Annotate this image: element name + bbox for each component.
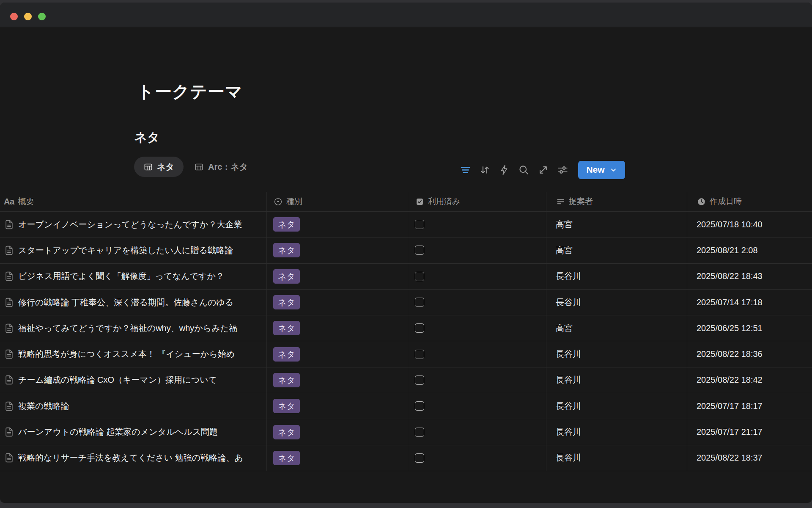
- used-cell[interactable]: [408, 419, 546, 444]
- proposer-cell[interactable]: 高宮: [546, 212, 687, 237]
- overview-cell[interactable]: ビジネス用語でよく聞く「解像度」ってなんですか？: [0, 264, 267, 289]
- column-header-label: 作成日時: [710, 196, 742, 207]
- column-header-overview[interactable]: Aa 概要: [0, 192, 267, 211]
- table-row[interactable]: オープンイノベーションってどうなったんですか？大企業 ネタ 高宮 2025/07…: [0, 211, 812, 237]
- new-button[interactable]: New: [578, 161, 625, 179]
- zoom-button[interactable]: [38, 13, 46, 20]
- used-cell[interactable]: [408, 367, 546, 393]
- view-tab-arc-neta[interactable]: Arc：ネタ: [195, 161, 248, 173]
- overview-cell[interactable]: 複業の戦略論: [0, 393, 267, 419]
- column-header-used[interactable]: 利用済み: [408, 192, 546, 211]
- created-cell[interactable]: 2025/07/14 17:18: [687, 290, 812, 315]
- select-property-icon: [273, 197, 283, 206]
- used-checkbox[interactable]: [415, 246, 424, 255]
- overview-cell[interactable]: バーンアウトの戦略論 起業家のメンタルヘルス問題: [0, 419, 267, 444]
- proposer-cell[interactable]: 長谷川: [546, 419, 687, 444]
- used-cell[interactable]: [408, 237, 546, 263]
- overview-cell[interactable]: 戦略的なリサーチ手法を教えてください 勉強の戦略論、あ: [0, 445, 267, 471]
- type-cell[interactable]: ネタ: [267, 237, 408, 263]
- created-cell[interactable]: 2025/08/21 2:08: [687, 237, 812, 263]
- used-checkbox[interactable]: [415, 428, 424, 437]
- table-row[interactable]: 福祉やってみてどうですか？福祉のwhy、whyからみた福 ネタ 高宮 2025/…: [0, 315, 812, 341]
- table-row[interactable]: 戦略的思考が身につくオススメ本！ 『イシューから始め ネタ 長谷川 2025/0…: [0, 341, 812, 367]
- view-tab-neta[interactable]: ネタ: [134, 157, 184, 177]
- used-checkbox[interactable]: [415, 298, 424, 307]
- created-cell[interactable]: 2025/08/22 18:36: [687, 341, 812, 367]
- row-title: ビジネス用語でよく聞く「解像度」ってなんですか？: [18, 271, 224, 282]
- used-cell[interactable]: [408, 445, 546, 471]
- search-icon[interactable]: [517, 163, 530, 176]
- window-titlebar[interactable]: [0, 3, 812, 27]
- created-cell[interactable]: 2025/08/22 18:37: [687, 445, 812, 471]
- view-tab-label: Arc：ネタ: [208, 161, 248, 173]
- filter-icon[interactable]: [459, 163, 472, 176]
- used-cell[interactable]: [408, 264, 546, 289]
- overview-cell[interactable]: オープンイノベーションってどうなったんですか？大企業: [0, 212, 267, 237]
- minimize-button[interactable]: [24, 13, 32, 20]
- proposer-cell[interactable]: 長谷川: [546, 393, 687, 419]
- row-created: 2025/07/17 21:17: [697, 427, 763, 437]
- overview-cell[interactable]: 戦略的思考が身につくオススメ本！ 『イシューから始め: [0, 341, 267, 367]
- column-header-created[interactable]: 作成日時: [687, 192, 812, 211]
- table-row[interactable]: 戦略的なリサーチ手法を教えてください 勉強の戦略論、あ ネタ 長谷川 2025/…: [0, 445, 812, 471]
- table-row[interactable]: スタートアップでキャリアを構築したい人に贈る戦略論 ネタ 高宮 2025/08/…: [0, 237, 812, 263]
- proposer-cell[interactable]: 高宮: [546, 315, 687, 341]
- type-cell[interactable]: ネタ: [267, 445, 408, 471]
- overview-cell[interactable]: 福祉やってみてどうですか？福祉のwhy、whyからみた福: [0, 315, 267, 341]
- column-header-type[interactable]: 種別: [267, 192, 408, 211]
- overview-cell[interactable]: スタートアップでキャリアを構築したい人に贈る戦略論: [0, 237, 267, 263]
- table-row[interactable]: 複業の戦略論 ネタ 長谷川 2025/07/17 18:17: [0, 393, 812, 419]
- created-cell[interactable]: 2025/08/22 18:43: [687, 264, 812, 289]
- used-checkbox[interactable]: [415, 350, 424, 359]
- used-cell[interactable]: [408, 290, 546, 315]
- used-checkbox[interactable]: [415, 220, 424, 229]
- overview-cell[interactable]: チーム編成の戦略論 CxO（キーマン）採用について: [0, 367, 267, 393]
- proposer-cell[interactable]: 長谷川: [546, 290, 687, 315]
- used-cell[interactable]: [408, 315, 546, 341]
- automation-lightning-icon[interactable]: [498, 163, 510, 176]
- created-cell[interactable]: 2025/07/17 18:17: [687, 393, 812, 419]
- expand-icon[interactable]: [537, 163, 549, 176]
- type-cell[interactable]: ネタ: [267, 315, 408, 341]
- row-created: 2025/08/22 18:43: [697, 271, 763, 281]
- used-checkbox[interactable]: [415, 453, 424, 463]
- proposer-cell[interactable]: 高宮: [546, 237, 687, 263]
- type-cell[interactable]: ネタ: [267, 341, 408, 367]
- overview-cell[interactable]: 修行の戦略論 丁稚奉公、深く潜る期間。佐藤さんのゆる: [0, 290, 267, 315]
- created-cell[interactable]: 2025/07/18 10:40: [687, 212, 812, 237]
- proposer-cell[interactable]: 長谷川: [546, 367, 687, 393]
- created-cell[interactable]: 2025/07/17 21:17: [687, 419, 812, 444]
- used-cell[interactable]: [408, 393, 546, 419]
- created-cell[interactable]: 2025/06/25 12:51: [687, 315, 812, 341]
- close-button[interactable]: [10, 13, 18, 20]
- used-checkbox[interactable]: [415, 323, 424, 333]
- used-cell[interactable]: [408, 212, 546, 237]
- table-row[interactable]: ビジネス用語でよく聞く「解像度」ってなんですか？ ネタ 長谷川 2025/08/…: [0, 263, 812, 289]
- row-proposer: 長谷川: [556, 400, 581, 412]
- used-checkbox[interactable]: [415, 272, 424, 281]
- proposer-cell[interactable]: 長谷川: [546, 341, 687, 367]
- type-cell[interactable]: ネタ: [267, 393, 408, 419]
- type-cell[interactable]: ネタ: [267, 419, 408, 444]
- used-checkbox[interactable]: [415, 401, 424, 411]
- section-title[interactable]: ネタ: [134, 129, 159, 146]
- type-cell[interactable]: ネタ: [267, 367, 408, 393]
- text-property-icon: Aa: [4, 197, 14, 207]
- table-row[interactable]: 修行の戦略論 丁稚奉公、深く潜る期間。佐藤さんのゆる ネタ 長谷川 2025/0…: [0, 289, 812, 315]
- page-document-icon: [4, 219, 14, 230]
- proposer-cell[interactable]: 長谷川: [546, 445, 687, 471]
- type-cell[interactable]: ネタ: [267, 264, 408, 289]
- column-header-proposer[interactable]: 提案者: [546, 192, 687, 211]
- page-title[interactable]: トークテーマ: [137, 80, 243, 103]
- used-cell[interactable]: [408, 341, 546, 367]
- table-row[interactable]: チーム編成の戦略論 CxO（キーマン）採用について ネタ 長谷川 2025/08…: [0, 367, 812, 393]
- type-cell[interactable]: ネタ: [267, 212, 408, 237]
- table-bottom-border: [0, 471, 812, 471]
- view-settings-sliders-icon[interactable]: [556, 163, 569, 176]
- sort-icon[interactable]: [478, 163, 491, 176]
- proposer-cell[interactable]: 長谷川: [546, 264, 687, 289]
- type-cell[interactable]: ネタ: [267, 290, 408, 315]
- used-checkbox[interactable]: [415, 375, 424, 385]
- created-cell[interactable]: 2025/08/22 18:42: [687, 367, 812, 393]
- table-row[interactable]: バーンアウトの戦略論 起業家のメンタルヘルス問題 ネタ 長谷川 2025/07/…: [0, 419, 812, 444]
